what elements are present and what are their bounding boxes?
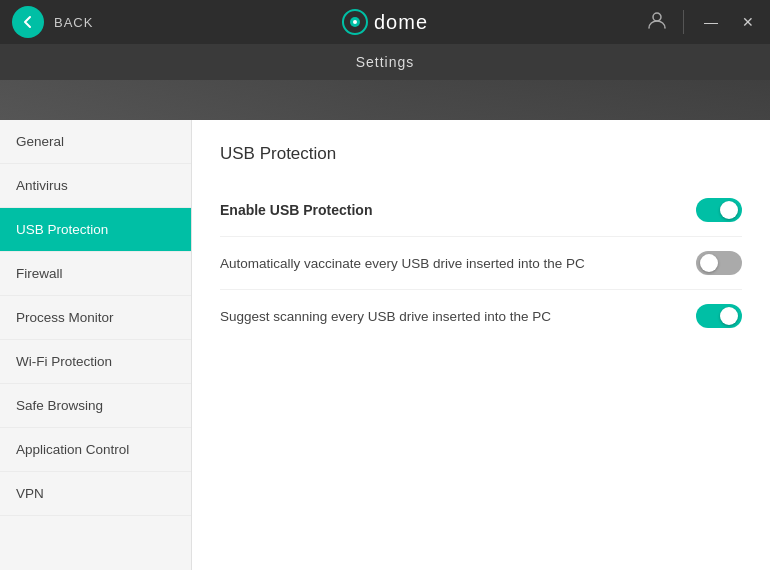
sidebar-item-application-control[interactable]: Application Control (0, 428, 191, 472)
toggle-label-enable-usb: Enable USB Protection (220, 202, 372, 218)
sidebar-item-antivirus[interactable]: Antivirus (0, 164, 191, 208)
titlebar: BACK dome — ✕ (0, 0, 770, 44)
sidebar-item-firewall[interactable]: Firewall (0, 252, 191, 296)
sidebar-item-process-monitor[interactable]: Process Monitor (0, 296, 191, 340)
main-layout: General Antivirus USB Protection Firewal… (0, 120, 770, 570)
toggle-row-enable-usb: Enable USB Protection (220, 184, 742, 237)
content-title: USB Protection (220, 144, 742, 164)
minimize-button[interactable]: — (700, 12, 722, 32)
close-button[interactable]: ✕ (738, 12, 758, 32)
toggle-label-suggest-scan: Suggest scanning every USB drive inserte… (220, 309, 551, 324)
sidebar: General Antivirus USB Protection Firewal… (0, 120, 192, 570)
back-button[interactable] (12, 6, 44, 38)
sidebar-item-wifi-protection[interactable]: Wi-Fi Protection (0, 340, 191, 384)
sidebar-item-general[interactable]: General (0, 120, 191, 164)
titlebar-left: BACK (12, 6, 93, 38)
toggle-suggest-scan[interactable] (696, 304, 742, 328)
toggle-label-auto-vaccinate: Automatically vaccinate every USB drive … (220, 256, 585, 271)
titlebar-center: dome (342, 9, 428, 35)
sidebar-item-vpn[interactable]: VPN (0, 472, 191, 516)
settings-title: Settings (356, 54, 415, 70)
toggle-row-auto-vaccinate: Automatically vaccinate every USB drive … (220, 237, 742, 290)
titlebar-right: — ✕ (647, 10, 758, 35)
svg-point-2 (353, 20, 357, 24)
logo-icon (342, 9, 368, 35)
hero-strip (0, 80, 770, 120)
toggle-slider-suggest-scan[interactable] (696, 304, 742, 328)
settings-bar: Settings (0, 44, 770, 80)
user-icon[interactable] (647, 10, 667, 35)
toggle-slider-auto-vaccinate[interactable] (696, 251, 742, 275)
toggle-slider-enable-usb[interactable] (696, 198, 742, 222)
titlebar-divider (683, 10, 684, 34)
toggle-enable-usb[interactable] (696, 198, 742, 222)
toggle-auto-vaccinate[interactable] (696, 251, 742, 275)
sidebar-item-safe-browsing[interactable]: Safe Browsing (0, 384, 191, 428)
toggle-row-suggest-scan: Suggest scanning every USB drive inserte… (220, 290, 742, 342)
content-area: USB Protection Enable USB Protection Aut… (192, 120, 770, 570)
logo-text: dome (374, 11, 428, 34)
back-label: BACK (54, 15, 93, 30)
sidebar-item-usb-protection[interactable]: USB Protection (0, 208, 191, 252)
svg-point-3 (653, 13, 661, 21)
